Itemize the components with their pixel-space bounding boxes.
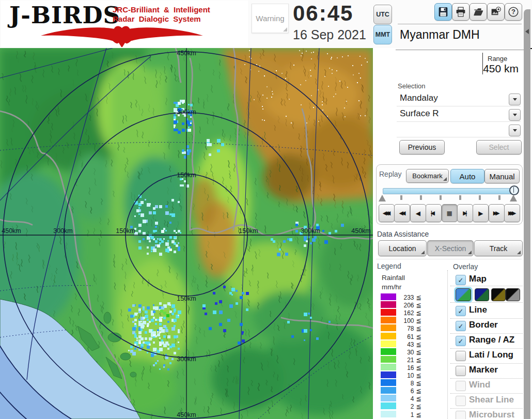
timeline-tick — [479, 195, 481, 200]
previous-button[interactable]: Previous — [399, 140, 445, 154]
legend-swatch — [381, 348, 396, 355]
legend-swatch — [381, 411, 396, 417]
checkbox-unchecked[interactable] — [456, 411, 466, 419]
warning-button[interactable]: Warning — [252, 4, 289, 33]
product-dropdown-button[interactable] — [509, 109, 521, 121]
overlay-item-label: Lati / Long — [469, 350, 513, 360]
ring-label: 450km — [177, 411, 196, 418]
legend-row: 21 ≦ — [373, 356, 445, 363]
ring-label: 300km — [301, 227, 320, 235]
legend-swatch — [381, 340, 396, 347]
logo-tagline-line2: Radar Dialogic System — [113, 14, 210, 24]
checkbox-checked[interactable]: ✓ — [456, 275, 466, 285]
legend-value: 43 ≦ — [395, 340, 421, 348]
overlay-item-microburst: Microburst — [450, 410, 524, 419]
legend-row: 206 ≦ — [373, 301, 445, 308]
legend-swatch — [381, 317, 396, 323]
range-label: Range — [488, 55, 507, 63]
option-dropdown[interactable] — [397, 123, 521, 137]
legend-value: 8 ≦ — [395, 379, 421, 387]
ring-label: 450km — [351, 227, 371, 235]
legend-value: 4 ≦ — [395, 395, 421, 402]
checkbox-unchecked[interactable] — [456, 351, 466, 361]
step-back-button[interactable]: ◀ — [410, 204, 426, 222]
add-image-button[interactable] — [487, 3, 505, 21]
timeline-tick — [420, 195, 422, 200]
control-panel: Range 450 km Selection Mandalay Surface … — [373, 48, 524, 419]
replay-timeline-track[interactable] — [383, 188, 516, 194]
product-dropdown-value: Surface R — [400, 108, 439, 119]
legend-swatch — [381, 379, 396, 386]
chevron-down-icon — [513, 98, 517, 103]
utc-button[interactable]: UTC — [373, 5, 392, 24]
checkbox-unchecked[interactable] — [456, 396, 466, 406]
play-button[interactable]: ▶ — [473, 204, 489, 222]
site-dropdown-button[interactable] — [509, 94, 521, 105]
map-style-black-gray[interactable] — [506, 288, 520, 301]
checkbox-unchecked[interactable] — [456, 381, 466, 391]
ring-label: 150km — [239, 227, 258, 235]
timeline-end-marker[interactable] — [510, 195, 517, 201]
checkbox-checked[interactable]: ✓ — [456, 336, 466, 346]
legend-swatch — [381, 309, 396, 316]
legend-swatch — [381, 324, 396, 331]
track-button[interactable]: Track — [474, 240, 523, 256]
go-first-button[interactable]: |◀ — [426, 204, 442, 222]
mmt-button[interactable]: MMT — [373, 25, 392, 44]
timeline-start-marker[interactable] — [379, 195, 386, 201]
help-button[interactable]: ? — [505, 3, 522, 21]
replay-timeline-handle[interactable] — [509, 185, 519, 195]
bookmark-button[interactable]: Bookmark — [406, 169, 449, 183]
ring-label: 300km — [53, 227, 73, 235]
legend-value: 233 ≦ — [395, 293, 421, 301]
legend-row: 78 ≦ — [373, 324, 445, 332]
legend-row: 4 ≦ — [373, 395, 445, 402]
logo: J-BIRDS JRC-Brilliant & Intelligent Rada… — [1, 1, 248, 47]
overlay-separator — [450, 302, 523, 303]
map-style-black-olive[interactable] — [491, 288, 506, 301]
auto-button[interactable]: Auto — [450, 169, 484, 183]
x-section-button[interactable]: X-Section — [427, 240, 474, 256]
fast-forward-button[interactable]: ▶▶▶ — [504, 204, 520, 222]
legend-row: 2 ≦ — [373, 402, 445, 410]
legend-title-line1: Rainfall — [382, 274, 405, 282]
timeline-tick — [400, 195, 402, 200]
radar-map[interactable]: 450km300km150km150km300km450km450km300km… — [0, 48, 373, 419]
ring-label: 150km — [177, 172, 196, 179]
legend-swatch — [381, 301, 396, 308]
ring-label: 150km — [116, 227, 135, 235]
checkbox-checked[interactable]: ✓ — [456, 321, 466, 331]
overlay-separator — [450, 286, 523, 286]
clock-date: 16 Sep 2021 — [293, 27, 366, 42]
open-folder-button[interactable] — [470, 3, 487, 21]
location-button[interactable]: Location — [378, 240, 427, 256]
checkbox-checked[interactable]: ✓ — [456, 306, 466, 316]
fast-rewind-button[interactable]: ◀◀◀ — [379, 204, 395, 222]
option-dropdown-button[interactable] — [509, 125, 521, 136]
range-value: 450 km — [483, 63, 519, 75]
manual-button[interactable]: Manual — [484, 169, 520, 183]
legend-value: 6 ≦ — [395, 387, 421, 395]
go-last-button[interactable]: ▶| — [457, 204, 473, 222]
legend-swatch — [381, 395, 396, 401]
chevron-down-icon — [513, 129, 517, 134]
product-dropdown[interactable]: Surface R — [397, 107, 521, 122]
overlay-item-label: Line — [469, 305, 487, 315]
map-style-navy-darkgreen[interactable] — [475, 288, 489, 301]
overlay-item-label: Map — [469, 274, 487, 284]
forward-button[interactable]: ▶▶ — [489, 204, 505, 222]
save-button[interactable] — [434, 3, 452, 21]
panel-collapse-strip[interactable] — [524, 9, 530, 419]
checkbox-unchecked[interactable] — [456, 366, 466, 376]
rewind-button[interactable]: ◀◀ — [394, 204, 410, 222]
legend-swatch — [381, 402, 396, 409]
legend-title-line2: mm/hr — [382, 283, 401, 291]
print-button[interactable] — [452, 3, 470, 21]
section-divider — [376, 259, 522, 259]
stop-button[interactable]: ■ — [442, 204, 458, 222]
radar-map-canvas[interactable]: 450km300km150km150km300km450km450km300km… — [0, 48, 373, 419]
site-dropdown[interactable]: Mandalay — [397, 92, 521, 106]
site-dropdown-value: Mandalay — [400, 93, 438, 103]
select-button[interactable]: Select — [476, 140, 522, 154]
map-style-blue-green[interactable] — [456, 288, 471, 301]
